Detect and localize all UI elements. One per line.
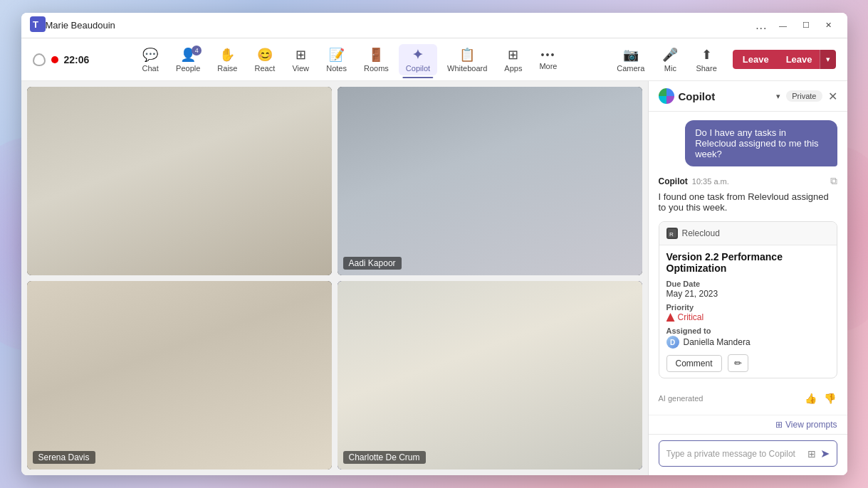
copilot-sender-name: Copilot (659, 176, 688, 186)
leave-button-label[interactable]: Leave (779, 50, 820, 69)
task-due-date-field: Due Date May 21, 2023 (666, 280, 830, 299)
maximize-button[interactable]: ☐ (796, 18, 816, 33)
leave-button-group: Leave Leave Leave ▾ (733, 50, 836, 69)
camera-label: Camera (617, 64, 644, 73)
view-prompts-button[interactable]: View prompts (785, 420, 837, 430)
more-button[interactable]: ••• More (532, 46, 564, 73)
thumbs-down-button[interactable]: 👎 (822, 391, 837, 405)
chat-button[interactable]: 💬 Chat (135, 44, 166, 75)
window-controls: — ☐ ✕ (773, 18, 839, 33)
copilot-send-button[interactable]: ➤ (820, 447, 830, 460)
toolbar-left: 22:06 (33, 53, 90, 66)
whiteboard-button[interactable]: 📋 Whiteboard (440, 44, 494, 75)
video-bg-2 (338, 87, 642, 275)
task-assigned-field: Assigned to D Daniella Mandera (666, 327, 830, 349)
task-priority-label: Priority (666, 303, 830, 312)
participant-video-4 (338, 281, 642, 470)
chat-label: Chat (142, 64, 158, 73)
chat-icon: 💬 (142, 47, 158, 63)
copilot-message-block: Copilot 10:35 a.m. ⧉ I found one task fr… (659, 175, 837, 213)
view-label: View (292, 64, 309, 73)
participant-video-1 (27, 87, 332, 275)
copilot-message-input[interactable] (666, 449, 803, 459)
share-button[interactable]: ⬆ Share (689, 44, 723, 75)
video-bg-4 (338, 281, 642, 470)
video-cell-2: Aadi Kapoor (338, 87, 642, 275)
priority-critical-text: Critical (678, 312, 704, 322)
mic-button[interactable]: 🎤 Mic (654, 44, 686, 75)
view-prompts-bar: ⊞ View prompts (649, 415, 847, 434)
copilot-close-button[interactable]: ✕ (828, 90, 837, 103)
raise-label: Raise (217, 64, 237, 73)
task-card-header: R Relecloud (659, 222, 837, 245)
toolbar-center: 💬 Chat 👤 4 People ✋ Raise 😊 React ⊞ (89, 44, 610, 75)
close-button[interactable]: ✕ (819, 18, 839, 33)
copilot-sender-row: Copilot 10:35 a.m. ⧉ (659, 175, 837, 187)
camera-icon: 📷 (623, 47, 639, 63)
participant-video-2 (338, 87, 642, 275)
ai-footer: AI generated 👍 👎 (659, 387, 837, 405)
copilot-icon: ✦ (412, 47, 423, 63)
task-assigned-name: Daniella Mandera (684, 337, 751, 347)
notes-label: Notes (326, 64, 347, 73)
task-assigned-label: Assigned to (666, 327, 830, 335)
share-icon: ⬆ (701, 47, 712, 63)
view-icon: ⊞ (296, 47, 306, 63)
meeting-timer: 22:06 (64, 54, 90, 65)
relecloud-icon: R (668, 229, 676, 238)
minimize-button[interactable]: — (773, 18, 793, 33)
rooms-button[interactable]: 🚪 Rooms (357, 44, 396, 75)
task-card: R Relecloud Version 2.2 Performance Opti… (659, 221, 837, 378)
notes-button[interactable]: 📝 Notes (319, 44, 354, 75)
title-bar: T Marie Beaudouin ... — ☐ ✕ (21, 13, 847, 38)
video-cell-3: Serena Davis (27, 281, 332, 470)
participant-label-4: Charlotte De Crum (343, 451, 426, 464)
apps-button[interactable]: ⊞ Apps (497, 44, 529, 75)
react-button[interactable]: 😊 React (247, 44, 282, 75)
shield-icon (33, 53, 46, 66)
teams-window: T Marie Beaudouin ... — ☐ ✕ 22:06 💬 Chat… (21, 13, 847, 475)
raise-button[interactable]: ✋ Raise (210, 44, 244, 75)
copilot-copy-icon[interactable]: ⧉ (830, 175, 837, 187)
svg-text:T: T (33, 19, 38, 30)
task-edit-button[interactable]: ✏ (728, 354, 748, 372)
more-label: More (539, 62, 557, 70)
copilot-input-actions: ⊞ ➤ (807, 447, 830, 460)
copilot-private-badge: Private (786, 90, 822, 102)
people-label: People (176, 64, 200, 73)
task-assigned-row: D Daniella Mandera (666, 336, 830, 349)
task-priority-value: Critical (666, 312, 830, 322)
meeting-toolbar: 22:06 💬 Chat 👤 4 People ✋ Raise 😊 Rea (21, 38, 847, 81)
copilot-dropdown-arrow[interactable]: ▾ (776, 92, 780, 101)
video-bg-1 (27, 87, 332, 275)
more-icon: ••• (541, 49, 556, 60)
copilot-header: Copilot ▾ Private ✕ (649, 81, 847, 112)
video-cell-4: Charlotte De Crum (338, 281, 642, 470)
whiteboard-icon: 📋 (459, 47, 475, 63)
react-label: React (254, 64, 275, 73)
people-button[interactable]: 👤 4 People (169, 44, 207, 75)
copilot-response-text: I found one task from Relevloud assigned… (659, 191, 837, 213)
task-app-name: Relecloud (682, 228, 720, 238)
task-card-body: Version 2.2 Performance Optimization Due… (659, 245, 837, 378)
copilot-attach-icon[interactable]: ⊞ (807, 448, 816, 460)
title-bar-menu[interactable]: ... (755, 19, 767, 32)
task-title: Version 2.2 Performance Optimization (666, 251, 830, 274)
participant-video-3 (27, 281, 332, 470)
copilot-button[interactable]: ✦ Copilot (399, 44, 437, 75)
mic-icon: 🎤 (662, 47, 678, 63)
view-button[interactable]: ⊞ View (285, 44, 316, 75)
camera-button[interactable]: 📷 Camera (610, 44, 652, 75)
thumbs-up-button[interactable]: 👍 (803, 391, 818, 405)
leave-dropdown-button[interactable]: ▾ (820, 50, 836, 69)
share-label: Share (696, 64, 716, 73)
whiteboard-label: Whiteboard (447, 64, 487, 73)
copilot-input-box: ⊞ ➤ (659, 440, 837, 467)
copilot-body: Do I have any tasks in Relecloud assigne… (649, 112, 847, 415)
copilot-logo-icon (659, 88, 674, 104)
leave-button[interactable]: Leave (733, 50, 779, 69)
view-prompts-icon: ⊞ (775, 420, 783, 430)
task-comment-button[interactable]: Comment (666, 355, 722, 372)
apps-label: Apps (504, 64, 522, 73)
window-title: Marie Beaudouin (46, 20, 756, 31)
